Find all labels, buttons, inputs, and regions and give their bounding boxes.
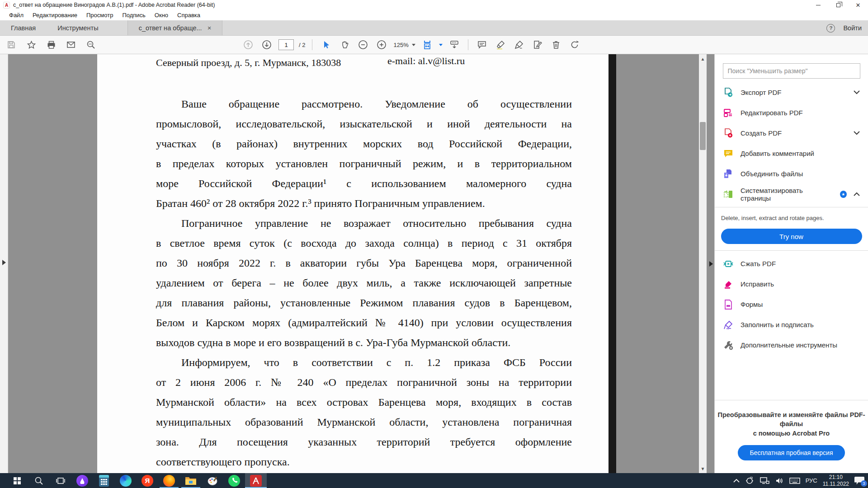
doc-line: море Российской Федерации¹ с использован… xyxy=(156,174,572,193)
left-panel-strip xyxy=(0,54,8,473)
highlight-button[interactable] xyxy=(494,38,507,51)
favorite-button[interactable] xyxy=(24,38,38,51)
fit-width-button[interactable] xyxy=(420,38,434,51)
minimize-button[interactable] xyxy=(808,0,828,10)
panel-tool-edit-pdf[interactable]: Редактировать PDF xyxy=(715,103,868,123)
meet-now-icon[interactable] xyxy=(745,476,754,485)
taskbar-whatsapp-button[interactable] xyxy=(223,473,245,488)
taskbar-acrobat-button[interactable] xyxy=(245,473,267,488)
rotate-pages-button[interactable] xyxy=(568,38,581,51)
comment-button[interactable] xyxy=(475,38,489,51)
previous-page-button[interactable] xyxy=(241,38,255,51)
doc-line: выходов судна в море и его возвращений в… xyxy=(156,333,572,352)
next-page-button[interactable] xyxy=(260,38,274,51)
sign-button[interactable] xyxy=(512,38,526,51)
taskbar-calculator-button[interactable] xyxy=(93,473,115,488)
delete-pages-button[interactable] xyxy=(549,38,563,51)
vertical-scrollbar[interactable]: ▲ ▼ xyxy=(699,54,707,473)
panel-tool-add-comment[interactable]: Добавить комментарий xyxy=(715,143,868,164)
panel-tool-more-tools[interactable]: Дополнительные инструменты xyxy=(715,335,868,355)
save-button[interactable] xyxy=(5,38,18,51)
right-panel-collapse-icon[interactable] xyxy=(709,261,713,267)
panel-tool-fill-sign[interactable]: Заполнить и подписать xyxy=(715,314,868,335)
panel-divider xyxy=(715,400,868,400)
try-now-button[interactable]: Try now xyxy=(721,229,862,244)
menu-help[interactable]: Справка xyxy=(173,10,205,20)
panel-tool-label: Формы xyxy=(741,300,763,308)
network-icon[interactable] xyxy=(760,476,769,485)
more-tools-icon xyxy=(723,340,734,351)
menu-window[interactable]: Окно xyxy=(150,10,173,20)
doc-line: промысловой, исследовательской, изыскате… xyxy=(156,114,572,134)
free-trial-button[interactable]: Бесплатная пробная версия xyxy=(738,445,844,460)
task-view-icon xyxy=(56,476,66,486)
help-icon[interactable]: ? xyxy=(826,24,835,33)
taskbar-edge-button[interactable] xyxy=(115,473,137,488)
title-bar: A с_ответ на обращение Виноградов А.В.(1… xyxy=(0,0,868,10)
start-button[interactable] xyxy=(6,473,28,488)
fill-sign-button[interactable] xyxy=(531,38,544,51)
volume-icon[interactable] xyxy=(775,476,784,485)
panel-tool-label: Экспорт PDF xyxy=(741,89,782,96)
taskbar-paint-button[interactable] xyxy=(202,473,223,488)
menu-edit[interactable]: Редактирование xyxy=(28,10,82,20)
create-pdf-icon xyxy=(723,128,734,139)
email-button[interactable] xyxy=(64,38,78,51)
tab-home[interactable]: Главная xyxy=(0,20,47,35)
doc-email: e-mail: al.v@list.ru xyxy=(387,55,465,67)
sign-in-link[interactable]: Войти xyxy=(843,24,862,32)
panel-tool-organize-pages[interactable]: Систематизировать страницы ★ xyxy=(715,184,868,204)
restore-icon xyxy=(836,3,840,7)
panel-tool-redact[interactable]: Исправить xyxy=(715,274,868,294)
tray-expand-icon[interactable] xyxy=(733,479,740,483)
panel-tool-combine-files[interactable]: Объединить файлы xyxy=(715,164,868,184)
zoom-in-button[interactable] xyxy=(375,38,388,51)
promo-title-line1: Преобразовывайте и изменяйте файлы PDF-ф… xyxy=(715,410,868,429)
panel-tool-label: Объединить файлы xyxy=(741,170,803,178)
close-button[interactable]: ✕ xyxy=(848,0,868,10)
task-view-button[interactable] xyxy=(50,473,71,488)
arrow-up-circle-icon xyxy=(243,39,254,50)
scroll-up-icon[interactable]: ▲ xyxy=(699,55,707,62)
panel-tool-compress-pdf[interactable]: Сжать PDF xyxy=(715,253,868,274)
hand-tool-button[interactable] xyxy=(338,38,351,51)
taskbar-search-button[interactable] xyxy=(28,473,50,488)
language-indicator[interactable]: РУС xyxy=(806,477,817,484)
scroll-down-icon[interactable]: ▼ xyxy=(699,465,707,472)
chevron-down-icon xyxy=(854,90,860,94)
zoom-out-button[interactable] xyxy=(356,38,370,51)
notification-center-button[interactable]: 3 xyxy=(854,477,864,485)
menu-file[interactable]: Файл xyxy=(5,10,28,20)
taskbar-yandex-button[interactable]: Я xyxy=(137,473,158,488)
tab-tools[interactable]: Инструменты xyxy=(47,20,109,35)
search-button[interactable] xyxy=(84,38,98,51)
left-panel-expand-icon[interactable] xyxy=(2,260,6,265)
rotate-icon xyxy=(570,40,580,50)
tab-close-icon[interactable]: × xyxy=(208,24,212,31)
fountain-pen-icon xyxy=(514,40,524,50)
page-number-input[interactable] xyxy=(278,39,294,50)
restore-button[interactable] xyxy=(828,0,848,10)
print-button[interactable] xyxy=(44,38,58,51)
touch-keyboard-icon[interactable] xyxy=(789,477,800,485)
panel-tool-create-pdf[interactable]: Создать PDF xyxy=(715,123,868,143)
menu-view[interactable]: Просмотр xyxy=(82,10,118,20)
alice-assistant-icon xyxy=(76,475,88,487)
taskbar-firefox-button[interactable] xyxy=(158,473,180,488)
menu-sign[interactable]: Подпись xyxy=(118,10,150,20)
tab-document[interactable]: с_ответ на обраще... × xyxy=(127,20,223,35)
panel-tool-forms[interactable]: Формы xyxy=(715,294,868,314)
chevron-down-icon xyxy=(854,131,860,135)
panel-tool-export-pdf[interactable]: Экспорт PDF xyxy=(715,82,868,103)
select-tool-button[interactable] xyxy=(319,38,333,51)
tools-search-input[interactable] xyxy=(723,63,860,79)
zoom-level-dropdown[interactable]: 125% xyxy=(393,42,415,48)
panel-tool-label: Создать PDF xyxy=(741,129,782,137)
taskbar-clock[interactable]: 21:10 11.11.2022 xyxy=(823,474,849,488)
tab-bar: Главная Инструменты с_ответ на обраще...… xyxy=(0,20,868,36)
scroll-mode-button[interactable] xyxy=(448,38,461,51)
scrollbar-thumb[interactable] xyxy=(700,122,706,150)
taskbar-explorer-button[interactable] xyxy=(180,473,202,488)
acrobat-app-icon: A xyxy=(3,2,10,9)
taskbar-alice-button[interactable] xyxy=(71,473,93,488)
